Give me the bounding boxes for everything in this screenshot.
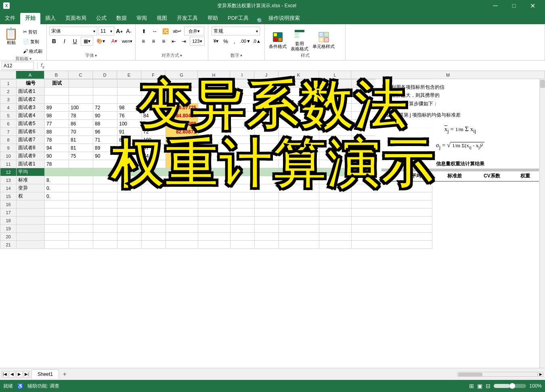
table-cell[interactable] bbox=[142, 176, 166, 184]
row-number[interactable]: 14 bbox=[0, 184, 17, 192]
table-cell[interactable]: 面试者3 bbox=[17, 104, 45, 112]
row-number[interactable]: 15 bbox=[0, 192, 17, 200]
copy-button[interactable]: 📄 复制 bbox=[21, 37, 44, 46]
table-cell[interactable] bbox=[45, 96, 69, 104]
table-cell[interactable] bbox=[166, 217, 198, 225]
table-cell[interactable] bbox=[255, 136, 279, 144]
view-page-button[interactable]: ▣ bbox=[477, 383, 482, 389]
table-cell[interactable]: 72 bbox=[93, 104, 117, 112]
increase-indent-button[interactable]: ⇥ bbox=[180, 37, 189, 46]
table-cell[interactable] bbox=[69, 233, 93, 241]
table-cell[interactable]: 标准 bbox=[17, 176, 45, 184]
table-cell[interactable] bbox=[279, 136, 319, 144]
table-cell[interactable] bbox=[255, 79, 279, 88]
table-cell[interactable] bbox=[255, 184, 279, 192]
sheet-nav-first[interactable]: |◀ bbox=[2, 371, 8, 377]
sheet-nav-last[interactable]: ▶| bbox=[23, 371, 30, 377]
table-cell[interactable] bbox=[255, 200, 279, 209]
formatpaint-button[interactable]: 🖌 格式刷 bbox=[21, 47, 44, 56]
table-cell[interactable] bbox=[255, 152, 279, 160]
table-cell[interactable]: 94 bbox=[45, 144, 69, 152]
vertical-scrollbar[interactable] bbox=[539, 79, 545, 368]
table-cell[interactable] bbox=[166, 184, 198, 192]
table-style-button[interactable]: 套用表格格式 bbox=[290, 27, 309, 52]
table-cell[interactable] bbox=[93, 79, 117, 88]
table-cell[interactable] bbox=[142, 209, 166, 217]
table-cell[interactable] bbox=[117, 217, 142, 225]
table-cell[interactable] bbox=[352, 200, 432, 209]
tab-data[interactable]: 数据 bbox=[111, 13, 132, 24]
number-format-dropdown[interactable]: 常规 ▾ bbox=[212, 27, 260, 35]
conditional-format-button[interactable]: 条件格式 bbox=[268, 30, 287, 50]
cell-reference-box[interactable]: A12 bbox=[2, 62, 34, 70]
table-cell[interactable] bbox=[231, 200, 255, 209]
table-cell[interactable] bbox=[117, 88, 142, 96]
table-cell[interactable]: 面试者1 bbox=[17, 88, 45, 96]
table-cell[interactable] bbox=[198, 200, 231, 209]
table-cell[interactable] bbox=[117, 233, 142, 241]
table-cell[interactable] bbox=[319, 79, 352, 88]
table-cell[interactable] bbox=[45, 217, 69, 225]
table-cell[interactable] bbox=[69, 96, 93, 104]
table-cell[interactable] bbox=[319, 209, 352, 217]
table-cell[interactable] bbox=[166, 168, 198, 176]
table-cell[interactable] bbox=[17, 217, 45, 225]
table-cell[interactable] bbox=[166, 200, 198, 209]
sheet-nav-next[interactable]: ▶ bbox=[16, 371, 23, 377]
table-cell[interactable] bbox=[231, 144, 255, 152]
col-header-B[interactable]: B bbox=[44, 71, 69, 79]
table-cell[interactable]: 81. bbox=[166, 160, 198, 168]
table-cell[interactable] bbox=[279, 120, 319, 128]
table-cell[interactable]: 83.58088 bbox=[166, 152, 198, 160]
col-header-I[interactable]: I bbox=[230, 71, 254, 79]
table-cell[interactable] bbox=[319, 184, 352, 192]
table-cell[interactable] bbox=[198, 88, 231, 96]
table-cell[interactable] bbox=[231, 120, 255, 128]
col-header-J[interactable]: J bbox=[254, 71, 279, 79]
table-cell[interactable] bbox=[279, 233, 319, 241]
table-cell[interactable] bbox=[352, 241, 432, 249]
table-cell[interactable] bbox=[231, 104, 255, 112]
table-cell[interactable]: 78 bbox=[45, 136, 69, 144]
table-cell[interactable] bbox=[319, 96, 352, 104]
table-cell[interactable]: 92 bbox=[117, 152, 142, 160]
table-cell[interactable] bbox=[117, 192, 142, 200]
table-cell[interactable] bbox=[279, 112, 319, 120]
table-cell[interactable]: 71 bbox=[93, 136, 117, 144]
table-cell[interactable] bbox=[17, 200, 45, 209]
tab-help[interactable]: 帮助 bbox=[203, 13, 223, 24]
row-number[interactable]: 7 bbox=[0, 128, 17, 136]
table-cell[interactable] bbox=[198, 128, 231, 136]
table-cell[interactable] bbox=[231, 192, 255, 200]
row-number[interactable]: 19 bbox=[0, 225, 17, 233]
align-bottom-button[interactable]: 🔀 bbox=[161, 27, 170, 35]
table-cell[interactable] bbox=[142, 233, 166, 241]
table-cell[interactable] bbox=[279, 176, 319, 184]
table-cell[interactable]: 面试者1 bbox=[17, 160, 45, 168]
table-cell[interactable] bbox=[45, 168, 69, 176]
row-number[interactable]: 1 bbox=[0, 79, 17, 88]
table-cell[interactable] bbox=[69, 209, 93, 217]
table-cell[interactable] bbox=[255, 241, 279, 249]
table-cell[interactable] bbox=[198, 96, 231, 104]
table-cell[interactable] bbox=[117, 168, 142, 176]
table-cell[interactable] bbox=[319, 88, 352, 96]
table-cell[interactable] bbox=[319, 192, 352, 200]
view-pagebreak-button[interactable]: ⊟ bbox=[486, 383, 491, 389]
table-cell[interactable] bbox=[279, 200, 319, 209]
table-cell[interactable] bbox=[166, 96, 198, 104]
tab-formulas[interactable]: 公式 bbox=[91, 13, 111, 24]
increase-decimal-button[interactable]: .0▲ bbox=[252, 37, 261, 46]
table-cell[interactable] bbox=[93, 176, 117, 184]
view-normal-button[interactable]: ⊞ bbox=[469, 383, 474, 389]
table-cell[interactable] bbox=[255, 225, 279, 233]
table-cell[interactable] bbox=[117, 96, 142, 104]
table-cell[interactable]: 面试者8 bbox=[17, 144, 45, 152]
table-cell[interactable] bbox=[198, 184, 231, 192]
col-header-C[interactable]: C bbox=[69, 71, 93, 79]
table-cell[interactable]: 权 bbox=[17, 192, 45, 200]
table-cell[interactable] bbox=[279, 209, 319, 217]
table-cell[interactable] bbox=[255, 209, 279, 217]
table-cell[interactable] bbox=[352, 192, 432, 200]
decrease-indent-button[interactable]: ⇤ bbox=[170, 37, 178, 46]
